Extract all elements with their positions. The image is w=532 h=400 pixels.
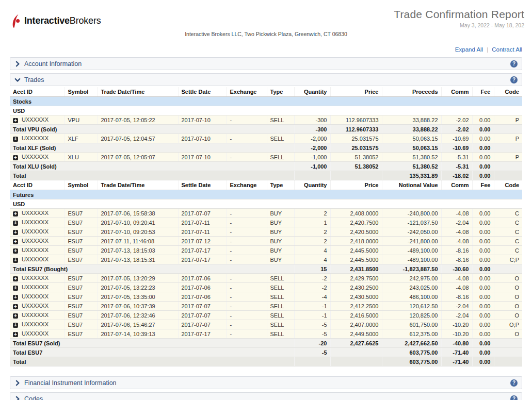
cell: SELL <box>267 329 294 339</box>
cell: -1,000 <box>294 162 330 171</box>
trades-section-body: Acct IDSymbolTrade Date/TimeSettle DateE… <box>10 87 522 366</box>
section-account-information[interactable]: Account Information ? <box>10 57 522 70</box>
cell: XLF <box>65 134 98 143</box>
section-codes[interactable]: Codes ? <box>10 392 522 400</box>
cell: -489,100.00 <box>382 255 441 264</box>
help-icon[interactable]: ? <box>510 76 518 84</box>
cell: -71.40 <box>441 348 472 357</box>
table-row-data: +UXXXXXXESU72017-07-06, 15:58:382017-07-… <box>10 209 522 218</box>
cell: 135,331.89 <box>382 171 441 180</box>
cell: -242,050.00 <box>382 227 441 237</box>
cell: -2.02 <box>441 125 472 134</box>
column-header: Fee <box>472 87 494 97</box>
cell: -1 <box>294 302 330 311</box>
cell: +UXXXXXX <box>10 302 65 311</box>
cell: -8.16 <box>441 292 472 302</box>
cell: 603,775.00 <box>382 357 441 366</box>
cell: 2,420.7500 <box>330 218 382 227</box>
cell: O <box>494 292 522 302</box>
expand-row-icon[interactable]: + <box>13 239 18 244</box>
cell: +UXXXXXX <box>10 237 65 246</box>
section-trades[interactable]: Trades ? <box>10 73 522 86</box>
expand-row-icon[interactable]: + <box>13 221 18 226</box>
column-header: Price <box>330 180 382 190</box>
expand-contract-toolbar: Expand All|Contract All <box>10 46 522 53</box>
expand-row-icon[interactable]: + <box>13 230 18 235</box>
cell: 2017-07-17 <box>178 246 227 255</box>
expand-row-icon[interactable]: + <box>13 304 18 309</box>
cell: +UXXXXXX <box>10 255 65 264</box>
contract-all-link[interactable]: Contract All <box>492 46 522 53</box>
acct-id: UXXXXXX <box>22 321 49 327</box>
futures-trades-table: Acct IDSymbolTrade Date/TimeSettle DateE… <box>10 180 522 366</box>
column-header: Quantity <box>294 180 330 190</box>
cell: - <box>227 209 267 218</box>
cell: +UXXXXXX <box>10 227 65 237</box>
expand-row-icon[interactable]: + <box>13 332 18 337</box>
cell: 2017-07-06, 15:46:27 <box>98 320 178 329</box>
cell: 0.00 <box>472 171 494 180</box>
table-row-total: Total603,775.00-71.400.00 <box>10 357 522 366</box>
expand-row-icon[interactable]: + <box>13 155 18 160</box>
column-header: Type <box>267 87 294 97</box>
table-row-subtotal: Total XLF (Sold)-2,00025.03157550,063.15… <box>10 143 522 153</box>
cell: -1 <box>294 311 330 320</box>
cell: 2,416.5000 <box>330 311 382 320</box>
expand-row-icon[interactable]: + <box>13 258 18 263</box>
cell: +UXXXXXX <box>10 218 65 227</box>
expand-row-icon[interactable]: + <box>13 276 18 281</box>
column-header: Type <box>267 180 294 190</box>
cell: 50,063.15 <box>382 143 441 153</box>
expand-row-icon[interactable]: + <box>13 137 18 142</box>
section-financial-instrument-information[interactable]: Financial Instrument Information ? <box>10 376 522 389</box>
help-icon[interactable]: ? <box>510 60 518 68</box>
expand-row-icon[interactable]: + <box>13 248 18 254</box>
cell: - <box>227 115 267 125</box>
cell: -489,100.00 <box>382 246 441 255</box>
cell: -4.08 <box>441 227 472 237</box>
cell: 0.00 <box>472 320 494 329</box>
cell: 242,975.00 <box>382 274 441 283</box>
cell: 601,750.00 <box>382 320 441 329</box>
help-icon[interactable]: ? <box>510 395 518 400</box>
expand-row-icon[interactable]: + <box>13 286 18 291</box>
table-row-group: Futures <box>10 190 522 199</box>
column-header: Code <box>494 180 522 190</box>
cell: -2 <box>294 283 330 292</box>
expand-row-icon[interactable]: + <box>13 118 18 123</box>
asset-class-label: Stocks <box>10 97 522 106</box>
cell: SELL <box>267 274 294 283</box>
cell: BUY <box>267 237 294 246</box>
cell: C <box>494 209 522 218</box>
acct-id: UXXXXXX <box>22 210 49 216</box>
cell: XLU <box>65 153 98 162</box>
cell: +UXXXXXX <box>10 320 65 329</box>
cell: +UXXXXXX <box>10 329 65 339</box>
column-header: Trade Date/Time <box>98 180 178 190</box>
cell: - <box>227 311 267 320</box>
cell: 2017-07-06, 10:37:39 <box>98 302 178 311</box>
logo-text: InteractiveBrokers <box>24 15 101 26</box>
cell: 0.00 <box>472 218 494 227</box>
expand-row-icon[interactable]: + <box>13 211 18 216</box>
acct-id: UXXXXXX <box>22 303 49 309</box>
cell: 0.00 <box>472 125 494 134</box>
expand-row-icon[interactable]: + <box>13 323 18 328</box>
expand-all-link[interactable]: Expand All <box>455 46 483 53</box>
cell: 0.00 <box>472 264 494 274</box>
chevron-down-icon <box>14 77 21 83</box>
cell: 2 <box>294 237 330 246</box>
cell: -2,000 <box>294 134 330 143</box>
expand-row-icon[interactable]: + <box>13 295 18 300</box>
cell: 612,375.00 <box>382 329 441 339</box>
cell: 0.00 <box>472 115 494 125</box>
currency-label: USD <box>10 106 522 115</box>
cell: O <box>494 274 522 283</box>
expand-row-icon[interactable]: + <box>13 313 18 319</box>
section-label: Trades <box>24 76 44 84</box>
cell: +UXXXXXX <box>10 274 65 283</box>
cell <box>494 162 522 171</box>
column-header: Exchange <box>227 180 267 190</box>
cell: - <box>227 283 267 292</box>
help-icon[interactable]: ? <box>510 379 518 387</box>
